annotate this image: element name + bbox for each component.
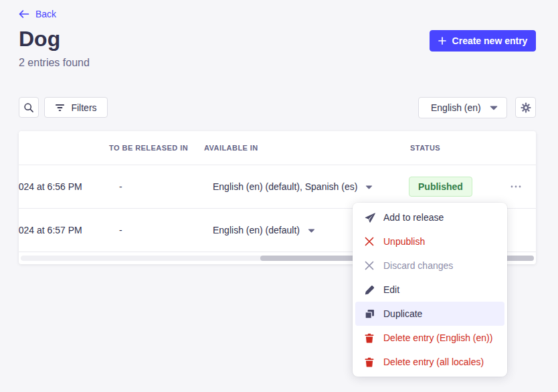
create-new-entry-button[interactable]: Create new entry — [430, 30, 536, 52]
cell-updated-at: 2024 at 6:57 PM — [19, 225, 82, 235]
more-horizontal-icon — [510, 185, 521, 188]
page-title: Dog — [19, 25, 60, 52]
trash-icon — [365, 333, 375, 343]
back-label: Back — [35, 9, 56, 19]
chevron-down-icon — [490, 105, 498, 110]
cross-icon — [365, 261, 375, 270]
cell-updated-at: 2024 at 6:56 PM — [19, 181, 82, 192]
menu-item-label: Discard changes — [383, 260, 453, 271]
cell-to-be-released-in: - — [119, 181, 122, 192]
column-header-to-be-released-in: TO BE RELEASED IN — [109, 144, 188, 152]
paper-plane-icon — [365, 213, 375, 223]
menu-item-label: Add to release — [383, 212, 444, 223]
menu-item-label: Duplicate — [383, 308, 422, 319]
content-manager-page: Back Dog 2 entries found Create new entr… — [0, 0, 558, 392]
menu-item-label: Edit — [383, 284, 399, 295]
plus-icon — [438, 37, 446, 45]
cell-available-in: English (en) (default), Spanish (es) — [213, 181, 374, 192]
chevron-down-icon — [308, 228, 315, 233]
arrow-left-icon — [19, 10, 29, 18]
chevron-down-icon — [365, 185, 373, 189]
cell-to-be-released-in: - — [119, 225, 122, 235]
menu-item-add-to-release[interactable]: Add to release — [355, 205, 504, 229]
settings-button[interactable] — [515, 97, 536, 118]
search-button[interactable] — [19, 97, 39, 118]
entries-count: 2 entries found — [19, 57, 90, 69]
back-link[interactable]: Back — [19, 9, 56, 19]
column-header-available-in: AVAILABLE IN — [204, 144, 258, 152]
menu-item-discard-changes[interactable]: Discard changes — [355, 254, 504, 278]
row-actions-button[interactable] — [506, 177, 526, 196]
available-locales-text: English (en) (default), Spanish (es) — [213, 181, 357, 192]
menu-item-delete-entry-all-locales[interactable]: Delete entry (all locales) — [355, 350, 504, 374]
expand-locales-button[interactable] — [364, 183, 374, 191]
row-actions-menu: Add to release Unpublish Discard changes… — [353, 203, 507, 377]
filter-icon — [55, 104, 65, 112]
pencil-icon — [365, 285, 375, 295]
menu-item-delete-entry-locale[interactable]: Delete entry (English (en)) — [355, 326, 504, 350]
gear-icon — [521, 102, 531, 113]
column-header-status: STATUS — [410, 144, 440, 152]
expand-locales-button[interactable] — [306, 227, 316, 234]
filters-label: Filters — [71, 102, 96, 113]
menu-item-label: Delete entry (English (en)) — [383, 332, 492, 343]
menu-item-label: Delete entry (all locales) — [383, 357, 484, 367]
trash-icon — [365, 357, 375, 367]
locale-selected-value: English (en) — [431, 102, 481, 113]
available-locales-text: English (en) (default) — [213, 225, 300, 235]
search-icon — [23, 102, 34, 113]
create-button-label: Create new entry — [452, 35, 528, 46]
locale-select[interactable]: English (en) — [418, 97, 507, 118]
menu-item-duplicate[interactable]: Duplicate — [355, 302, 504, 326]
menu-item-label: Unpublish — [383, 236, 425, 247]
menu-item-unpublish[interactable]: Unpublish — [355, 229, 504, 254]
filters-button[interactable]: Filters — [44, 97, 108, 118]
duplicate-icon — [365, 309, 375, 319]
cell-available-in: English (en) (default) — [213, 225, 316, 235]
status-badge: Published — [409, 177, 472, 197]
cross-icon — [365, 237, 375, 246]
table-header-row: TO BE RELEASED IN AVAILABLE IN STATUS — [19, 131, 536, 165]
menu-item-edit[interactable]: Edit — [355, 278, 504, 302]
